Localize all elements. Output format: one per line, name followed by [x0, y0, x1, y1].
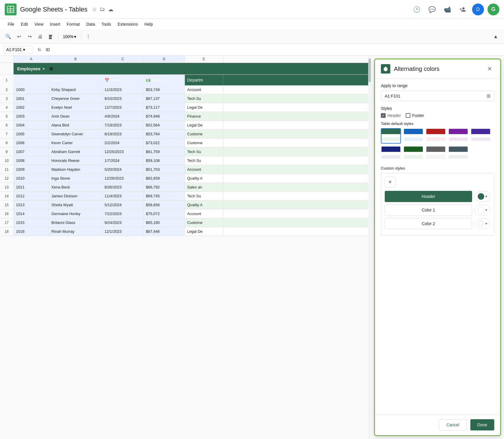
cell-salary[interactable]: $73,022 — [143, 139, 185, 147]
color2-picker[interactable]: ▾ — [474, 218, 490, 229]
footer-checkbox-row[interactable]: Footer — [406, 113, 424, 118]
cell-id[interactable]: 1010 — [14, 174, 49, 183]
account-avatar[interactable]: G — [487, 4, 499, 15]
cell-salary[interactable]: $67,137 — [143, 94, 185, 103]
cell-dept[interactable]: Tech Su — [185, 156, 223, 165]
cell-name[interactable]: Britanni Glass — [49, 218, 102, 227]
cell-id[interactable]: 1001 — [14, 94, 49, 103]
cell-id[interactable]: 1003 — [14, 112, 49, 121]
more-btn[interactable]: ⋮ — [84, 32, 93, 41]
cancel-button[interactable]: Cancel — [439, 419, 467, 430]
table-row[interactable]: 3 1001 Cheyenne Greer 8/10/2023 $67,137 … — [0, 94, 371, 103]
cell-dept[interactable]: Tech Su — [185, 192, 223, 200]
cell-dept[interactable]: Custome — [185, 130, 223, 138]
menu-edit[interactable]: Edit — [18, 21, 31, 28]
table-row[interactable]: 5 1003 Amir Dean 4/9/2024 $74,948 Financ… — [0, 112, 371, 121]
panel-close-btn[interactable]: ✕ — [485, 64, 494, 74]
add-style-btn[interactable]: + — [385, 177, 395, 187]
header-checkbox-row[interactable]: ✓ Header — [381, 113, 401, 118]
cell-hired[interactable]: 8/26/2023 — [102, 183, 143, 191]
star-icon[interactable]: ☆ — [92, 6, 97, 13]
cell-name[interactable]: Amir Dean — [49, 112, 102, 121]
style-thumb-3[interactable] — [448, 128, 468, 144]
cell-salary[interactable]: $67,446 — [143, 227, 185, 236]
range-input-row[interactable]: A1:F101 ⊞ — [381, 90, 494, 101]
history-icon[interactable]: 🕐 — [411, 4, 423, 15]
cell-id[interactable]: 1008 — [14, 156, 49, 165]
cell-name[interactable]: Gwendolyn Carver — [49, 130, 102, 138]
cell-name[interactable]: Alana Bird — [49, 121, 102, 129]
table-settings-icon[interactable]: ⊞ — [49, 66, 53, 71]
cell-name[interactable]: Abraham Garrett — [49, 147, 102, 156]
cell-id[interactable]: 1016 — [14, 227, 49, 236]
cell-hired[interactable]: 11/3/2023 — [102, 85, 143, 94]
color1-picker[interactable]: ▾ — [474, 205, 490, 215]
drive-icon[interactable]: 🗂 — [100, 6, 105, 12]
table-row[interactable]: 6 1004 Alana Bird 7/19/2023 $52,564 Lega… — [0, 121, 371, 130]
cell-hired[interactable]: 8/19/2023 — [102, 130, 143, 138]
table-row[interactable]: 16 1014 Germaine Hurley 7/22/2023 $75,07… — [0, 209, 371, 218]
cell-hired[interactable]: 12/7/2023 — [102, 103, 143, 112]
cell-hired[interactable]: 7/19/2023 — [102, 121, 143, 129]
col-header-b[interactable]: B — [49, 56, 102, 63]
cell-name[interactable]: Madison Hayden — [49, 165, 102, 174]
cell-hired[interactable]: 12/1/2023 — [102, 227, 143, 236]
header-hired[interactable]: 📅 Hired ▾ — [102, 75, 143, 85]
cell-dept[interactable]: Tech Su — [185, 94, 223, 103]
cell-salary[interactable]: $62,659 — [143, 174, 185, 183]
cell-name[interactable]: Kevin Carter — [49, 139, 102, 147]
menu-help[interactable]: Help — [141, 21, 156, 28]
style-thumb-0[interactable] — [381, 128, 401, 144]
cell-dept[interactable]: Tech Su — [185, 147, 223, 156]
cell-salary[interactable]: $58,656 — [143, 201, 185, 209]
cell-salary[interactable]: $75,072 — [143, 209, 185, 218]
cell-salary[interactable]: $52,564 — [143, 121, 185, 129]
cell-id[interactable]: 1004 — [14, 121, 49, 129]
style-thumb-5[interactable] — [381, 146, 401, 161]
cell-id[interactable]: 1013 — [14, 201, 49, 209]
cell-id[interactable]: 1015 — [14, 218, 49, 227]
style-thumb-2[interactable] — [426, 128, 446, 144]
table-row[interactable]: 8 1006 Kevin Carter 2/2/2024 $73,022 Cus… — [0, 139, 371, 147]
meet-icon[interactable]: 📹 — [441, 4, 453, 15]
header-color-picker[interactable]: ▾ — [474, 191, 490, 202]
color1-btn[interactable]: Color 1 — [385, 204, 472, 216]
cell-dept[interactable]: Account — [185, 209, 223, 218]
cell-hired[interactable]: 5/20/2024 — [102, 165, 143, 174]
header-color-btn[interactable]: Header — [385, 191, 472, 202]
menu-tools[interactable]: Tools — [99, 21, 114, 28]
paint-format-btn[interactable] — [46, 32, 56, 41]
col-header-c[interactable]: C — [102, 56, 143, 63]
header-checkbox[interactable]: ✓ — [381, 113, 386, 118]
user-avatar[interactable]: D — [472, 4, 484, 15]
cell-hired[interactable]: 12/29/2023 — [102, 174, 143, 183]
table-row[interactable]: 18 1016 Rinah Murray 12/1/2023 $67,446 L… — [0, 227, 371, 236]
color2-btn[interactable]: Color 2 — [385, 218, 472, 229]
redo-btn[interactable]: ↪ — [25, 32, 34, 41]
cell-salary[interactable]: $53,749 — [143, 85, 185, 94]
style-thumb-6[interactable] — [403, 146, 423, 161]
cell-salary[interactable]: $74,948 — [143, 112, 185, 121]
cell-hired[interactable]: 12/25/2023 — [102, 147, 143, 156]
cell-salary[interactable]: $51,703 — [143, 165, 185, 174]
cell-name[interactable]: Germaine Hurley — [49, 209, 102, 218]
menu-view[interactable]: View — [32, 21, 46, 28]
col-header-e[interactable]: E — [185, 56, 223, 63]
table-row[interactable]: 11 1009 Madison Hayden 5/20/2024 $51,703… — [0, 165, 371, 174]
cell-dept[interactable]: Legal De — [185, 103, 223, 112]
comment-icon[interactable]: 💬 — [426, 4, 438, 15]
cell-dept[interactable]: Account — [185, 165, 223, 174]
style-thumb-7[interactable] — [426, 146, 446, 161]
menu-file[interactable]: File — [5, 21, 17, 28]
cell-reference[interactable]: A1:F101 ▾ — [4, 46, 33, 53]
cell-dept[interactable]: Custome — [185, 218, 223, 227]
zoom-selector[interactable]: 100% ▾ — [61, 33, 79, 40]
cell-dept[interactable]: Legal De — [185, 227, 223, 236]
cell-dept[interactable]: Custome — [185, 139, 223, 147]
cell-salary[interactable]: $73,117 — [143, 103, 185, 112]
cell-dept[interactable]: Quality A — [185, 201, 223, 209]
cell-name[interactable]: Evelyn Noel — [49, 103, 102, 112]
cell-hired[interactable]: 2/2/2024 — [102, 139, 143, 147]
col-header-a[interactable]: A — [14, 56, 49, 63]
table-row[interactable]: 17 1015 Britanni Glass 9/24/2023 $65,190… — [0, 218, 371, 227]
